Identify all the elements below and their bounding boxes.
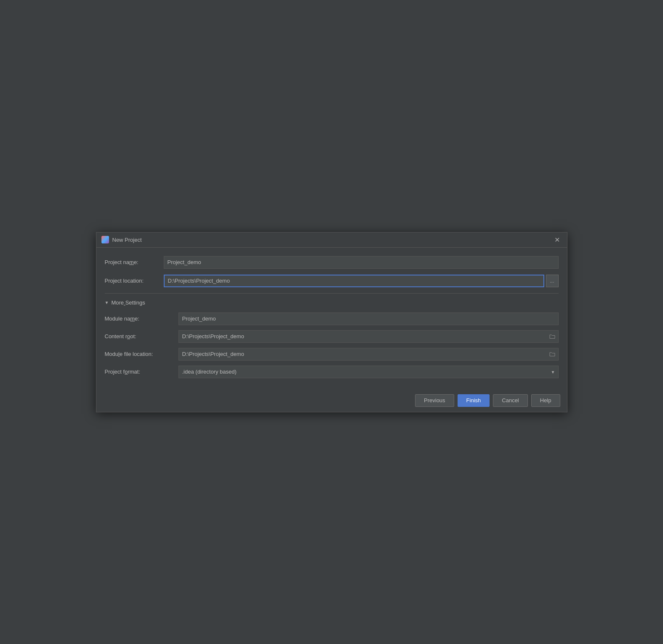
help-button[interactable]: Help xyxy=(531,394,560,407)
module-file-location-browse-button[interactable] xyxy=(547,349,558,360)
finish-button[interactable]: Finish xyxy=(458,394,490,407)
content-root-input[interactable] xyxy=(178,330,559,343)
project-location-browse-button[interactable]: ... xyxy=(546,275,559,287)
project-name-input[interactable] xyxy=(164,256,559,269)
cancel-button[interactable]: Cancel xyxy=(493,394,527,407)
dialog-footer: Previous Finish Cancel Help xyxy=(96,389,567,412)
content-root-row: Content root: xyxy=(105,330,559,343)
project-location-row: Project location: ... xyxy=(105,275,559,287)
title-bar: New Project ✕ xyxy=(96,232,567,248)
project-location-input-group: ... xyxy=(164,275,559,287)
project-location-input[interactable] xyxy=(164,275,544,287)
project-format-row: Project format: .idea (directory based) … xyxy=(105,366,559,378)
project-format-label: Project format: xyxy=(105,369,178,375)
close-button[interactable]: ✕ xyxy=(553,235,562,244)
project-format-select[interactable]: .idea (directory based) .ipr (file based… xyxy=(178,366,559,378)
more-settings-form: Module name: Content root: xyxy=(105,313,559,383)
dialog-title: New Project xyxy=(112,237,142,243)
module-name-label: Module name: xyxy=(105,315,178,322)
project-name-label: Project name: xyxy=(105,259,164,265)
module-name-row: Module name: xyxy=(105,313,559,325)
content-root-browse-button[interactable] xyxy=(547,331,558,342)
project-format-select-wrapper: .idea (directory based) .ipr (file based… xyxy=(178,366,559,378)
module-file-location-input[interactable] xyxy=(178,348,559,361)
previous-button[interactable]: Previous xyxy=(415,394,454,407)
more-settings-label: More Settings xyxy=(111,299,145,306)
module-name-input[interactable] xyxy=(178,313,559,325)
title-bar-left: New Project xyxy=(101,236,142,243)
more-settings-header[interactable]: ▼ More Settings xyxy=(105,299,559,306)
project-name-row: Project name: xyxy=(105,256,559,269)
project-location-label: Project location: xyxy=(105,278,164,284)
more-settings-section: ▼ More Settings Module name: Content roo… xyxy=(105,293,559,389)
content-root-input-group xyxy=(178,330,559,343)
module-file-location-input-group xyxy=(178,348,559,361)
module-file-location-label: Module file location: xyxy=(105,351,178,357)
module-file-location-row: Module file location: xyxy=(105,348,559,361)
dialog-content: Project name: Project location: ... ▼ Mo… xyxy=(96,248,567,389)
app-icon xyxy=(101,236,109,243)
new-project-dialog: New Project ✕ Project name: Project loca… xyxy=(96,232,567,412)
content-root-label: Content root: xyxy=(105,333,178,339)
more-settings-chevron-icon: ▼ xyxy=(105,300,109,305)
